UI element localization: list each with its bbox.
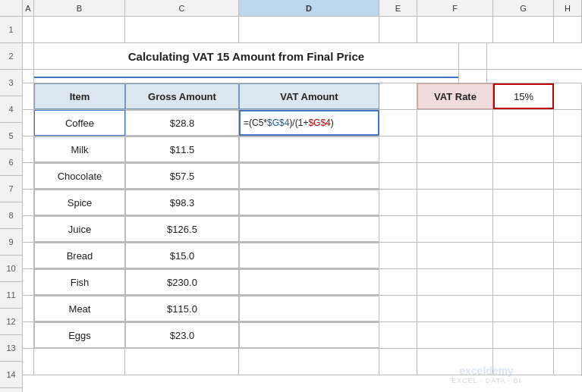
cell-gross-juice[interactable]: $126.5 — [125, 216, 239, 242]
cell-f13[interactable] — [417, 322, 493, 348]
cell-vat-chocolate[interactable] — [239, 163, 379, 189]
cell-a9[interactable] — [23, 216, 34, 242]
cell-e11[interactable] — [379, 269, 417, 295]
col-header-a[interactable]: A — [23, 0, 34, 16]
cell-e4[interactable] — [379, 83, 417, 109]
cell-item-spice[interactable]: Spice — [34, 190, 125, 215]
cell-h10[interactable] — [554, 243, 582, 268]
cell-vat-bread[interactable] — [239, 243, 379, 268]
cell-item-meat[interactable]: Meat — [34, 296, 125, 321]
cell-e10[interactable] — [379, 243, 417, 268]
cell-a10[interactable] — [23, 243, 34, 268]
vat-rate-value-cell[interactable]: 15% — [493, 83, 554, 109]
cell-gross-spice[interactable]: $98.3 — [125, 190, 239, 215]
cell-e14[interactable] — [379, 349, 417, 375]
col-header-b[interactable]: B — [34, 0, 125, 16]
cell-g12[interactable] — [493, 296, 554, 321]
cell-item-coffee[interactable]: Coffee — [34, 110, 125, 136]
cell-h1[interactable] — [554, 17, 582, 42]
col-header-c[interactable]: C — [125, 0, 239, 16]
cell-item-chocolate[interactable]: Chocolate — [34, 163, 125, 189]
cell-gross-eggs[interactable]: $23.0 — [125, 322, 239, 348]
cell-item-header[interactable]: Item — [34, 83, 125, 109]
cell-g5[interactable] — [493, 110, 554, 136]
col-header-d[interactable]: D — [239, 0, 379, 16]
cell-formula-coffee[interactable]: =(C5*$G$4)/(1+$G$4) — [239, 110, 379, 136]
cell-f8[interactable] — [417, 190, 493, 215]
cell-d1[interactable] — [239, 17, 379, 42]
cell-g7[interactable] — [493, 163, 554, 189]
cell-h7[interactable] — [554, 163, 582, 189]
cell-item-bread[interactable]: Bread — [34, 243, 125, 268]
cell-vat-milk[interactable] — [239, 136, 379, 162]
cell-a5[interactable] — [23, 110, 34, 136]
cell-e6[interactable] — [379, 136, 417, 162]
cell-gross-meat[interactable]: $115.0 — [125, 296, 239, 321]
cell-f7[interactable] — [417, 163, 493, 189]
cell-f5[interactable] — [417, 110, 493, 136]
cell-gross-milk[interactable]: $11.5 — [125, 136, 239, 162]
cell-gross-chocolate[interactable]: $57.5 — [125, 163, 239, 189]
cell-e1[interactable] — [379, 17, 417, 42]
cell-h3[interactable] — [459, 70, 487, 83]
cell-a11[interactable] — [23, 269, 34, 295]
cell-e8[interactable] — [379, 190, 417, 215]
cell-c1[interactable] — [125, 17, 239, 42]
cell-vat-fish[interactable] — [239, 269, 379, 295]
cell-a6[interactable] — [23, 136, 34, 162]
cell-h6[interactable] — [554, 136, 582, 162]
cell-gross-bread[interactable]: $15.0 — [125, 243, 239, 268]
cell-h9[interactable] — [554, 216, 582, 242]
cell-gross-fish[interactable]: $230.0 — [125, 269, 239, 295]
cell-h14[interactable] — [554, 349, 582, 375]
cell-a7[interactable] — [23, 163, 34, 189]
col-header-g[interactable]: G — [493, 0, 554, 16]
cell-vat-juice[interactable] — [239, 216, 379, 242]
cell-g9[interactable] — [493, 216, 554, 242]
cell-e9[interactable] — [379, 216, 417, 242]
cell-h4[interactable] — [554, 83, 582, 109]
cell-h2[interactable] — [459, 43, 487, 69]
cell-vat-meat[interactable] — [239, 296, 379, 321]
cell-h12[interactable] — [554, 296, 582, 321]
cell-gross-coffee[interactable]: $28.8 — [125, 110, 239, 136]
cell-item-juice[interactable]: Juice — [34, 216, 125, 242]
cell-e13[interactable] — [379, 322, 417, 348]
cell-vat-header[interactable]: VAT Amount — [239, 83, 379, 109]
cell-item-eggs[interactable]: Eggs — [34, 322, 125, 348]
cell-g8[interactable] — [493, 190, 554, 215]
cell-f1[interactable] — [417, 17, 493, 42]
cell-g6[interactable] — [493, 136, 554, 162]
cell-h13[interactable] — [554, 322, 582, 348]
cell-item-milk[interactable]: Milk — [34, 136, 125, 162]
col-header-e[interactable]: E — [379, 0, 417, 16]
cell-f12[interactable] — [417, 296, 493, 321]
cell-f6[interactable] — [417, 136, 493, 162]
cell-d14[interactable] — [239, 349, 379, 375]
cell-f10[interactable] — [417, 243, 493, 268]
vat-rate-label-cell[interactable]: VAT Rate — [417, 83, 493, 109]
cell-f11[interactable] — [417, 269, 493, 295]
cell-e5[interactable] — [379, 110, 417, 136]
cell-h5[interactable] — [554, 110, 582, 136]
cell-vat-spice[interactable] — [239, 190, 379, 215]
cell-a14[interactable] — [23, 349, 34, 375]
cell-a13[interactable] — [23, 322, 34, 348]
cell-g10[interactable] — [493, 243, 554, 268]
cell-f9[interactable] — [417, 216, 493, 242]
cell-g13[interactable] — [493, 322, 554, 348]
cell-h8[interactable] — [554, 190, 582, 215]
cell-e12[interactable] — [379, 296, 417, 321]
cell-b14[interactable] — [34, 349, 125, 375]
cell-a2[interactable] — [23, 43, 34, 69]
cell-gross-header[interactable]: Gross Amount — [125, 83, 239, 109]
cell-a4[interactable] — [23, 83, 34, 109]
cell-g1[interactable] — [493, 17, 554, 42]
cell-e7[interactable] — [379, 163, 417, 189]
cell-h11[interactable] — [554, 269, 582, 295]
cell-a1[interactable] — [23, 17, 34, 42]
cell-item-fish[interactable]: Fish — [34, 269, 125, 295]
cell-a8[interactable] — [23, 190, 34, 215]
cell-b1[interactable] — [34, 17, 125, 42]
col-header-f[interactable]: F — [417, 0, 493, 16]
